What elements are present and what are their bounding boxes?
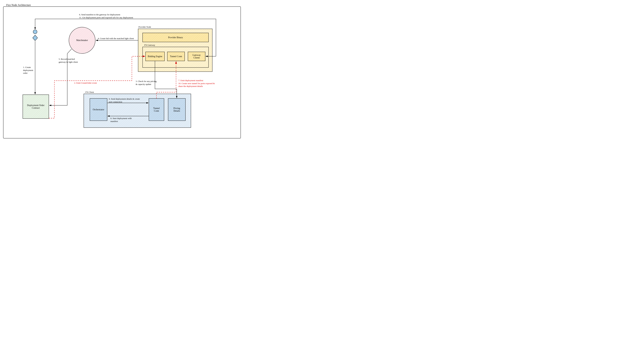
edge-2-label: 2. Emit CreateOrder event <box>74 82 97 84</box>
orchestrator-label: Orchestrator <box>90 98 107 121</box>
matchmaker-label: Matchmaker <box>69 27 95 54</box>
edge-8-label: 8. Start deployment with manifest <box>110 117 132 123</box>
edge-7-label: 7. Emit deployment manifest 10. Create n… <box>178 79 215 88</box>
tunnel-conn-client-label: Tunnel Conn <box>149 98 164 121</box>
edge-4-label: 4. Create bid with the matched light cli… <box>98 37 134 40</box>
provider-binary-label: Provider Binary <box>143 33 208 42</box>
pricing-details-label: Pricing Details <box>168 98 185 121</box>
edge-3-label: 3. Check for any pricing & capacity upda… <box>136 80 157 86</box>
provider-node-title: Provider Node <box>138 26 151 28</box>
diagram-canvas: Fizz Node Architecture Matchmaker Deploy… <box>0 0 244 140</box>
bidding-engine-label: Bidding Engine <box>146 52 164 61</box>
tunnel-conn-gateway-label: Tunnel Conn <box>167 52 185 61</box>
edge-1-label: 1. Create deployment order <box>23 66 33 74</box>
fn-client-title: FN Client <box>85 91 94 94</box>
actor-head-icon <box>33 30 37 34</box>
deployment-order-contract-label: Deployment Order Contract <box>23 95 49 118</box>
actor-body-icon <box>33 35 38 41</box>
edge-6-label: 6. Send manifest to the gateway for depl… <box>79 13 133 19</box>
diagram-title: Fizz Node Architecture <box>6 4 31 6</box>
edge-5-label: 5. Record matched gateway & light client <box>59 58 78 64</box>
edge-9-label: 9. Send deployment details & create port… <box>109 98 140 103</box>
fn-gateway-title: FN Gateway <box>144 44 155 46</box>
gateway-client-label: Gateway Cliemt <box>188 52 205 61</box>
